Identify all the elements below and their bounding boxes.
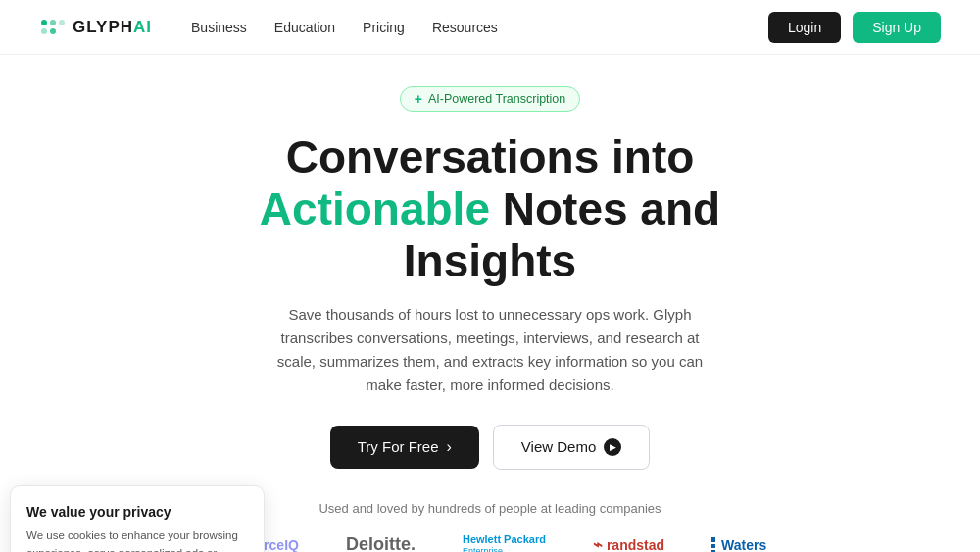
nav-business[interactable]: Business xyxy=(191,20,247,35)
deloitte-label: Deloitte. xyxy=(346,534,416,552)
cookie-text: We use cookies to enhance your browsing … xyxy=(26,527,248,552)
try-for-free-button[interactable]: Try For Free › xyxy=(330,426,479,469)
randstad-label: randstad xyxy=(607,537,664,552)
hero-subtitle: Save thousands of hours lost to unnecess… xyxy=(265,303,715,397)
play-icon: ▶ xyxy=(604,438,621,456)
navbar: GLYPHAI Business Education Pricing Resou… xyxy=(0,0,980,55)
logo-icon xyxy=(39,18,67,37)
badge-text: AI-Powered Transcription xyxy=(428,92,565,106)
svg-point-2 xyxy=(41,28,47,34)
cookie-title: We value your privacy xyxy=(26,504,248,520)
nav-education[interactable]: Education xyxy=(274,20,335,35)
svg-point-3 xyxy=(50,28,56,34)
nav-resources[interactable]: Resources xyxy=(432,20,498,35)
nav-pricing[interactable]: Pricing xyxy=(363,20,405,35)
hero-section: + AI-Powered Transcription Conversations… xyxy=(0,55,980,501)
logo-text: GLYPHAI xyxy=(73,18,152,37)
hp-top: Hewlett Packard xyxy=(463,533,546,546)
hero-buttons: Try For Free › View Demo ▶ xyxy=(330,425,651,470)
company-deloitte: Deloitte. xyxy=(346,534,416,552)
view-demo-button[interactable]: View Demo ▶ xyxy=(493,425,650,470)
svg-point-1 xyxy=(50,20,56,25)
randstad-icon: ⌁ xyxy=(593,535,603,552)
hp-bottom: Enterprise xyxy=(463,546,503,552)
hero-title-highlight: Actionable xyxy=(260,183,490,234)
company-hp: Hewlett Packard Enterprise xyxy=(463,533,546,552)
logo: GLYPHAI xyxy=(39,18,152,37)
logo-ai: AI xyxy=(133,18,152,36)
company-waters: Waters xyxy=(711,537,766,552)
svg-point-0 xyxy=(41,20,47,25)
badge-plus: + xyxy=(415,91,422,107)
waters-label: Waters xyxy=(721,537,766,552)
try-button-label: Try For Free xyxy=(358,438,439,455)
waters-bar-icon xyxy=(711,537,715,552)
nav-actions: Login Sign Up xyxy=(768,12,941,43)
badge: + AI-Powered Transcription xyxy=(400,86,581,112)
cookie-banner: We value your privacy We use cookies to … xyxy=(10,485,265,552)
login-button[interactable]: Login xyxy=(768,12,841,43)
signup-button[interactable]: Sign Up xyxy=(853,12,941,43)
company-randstad: ⌁ randstad xyxy=(593,535,664,552)
demo-button-label: View Demo xyxy=(521,438,596,455)
hero-title: Conversations into Actionable Notes and … xyxy=(186,131,794,287)
arrow-icon: › xyxy=(447,438,452,456)
nav-links: Business Education Pricing Resources xyxy=(191,20,768,35)
svg-point-4 xyxy=(59,20,65,25)
